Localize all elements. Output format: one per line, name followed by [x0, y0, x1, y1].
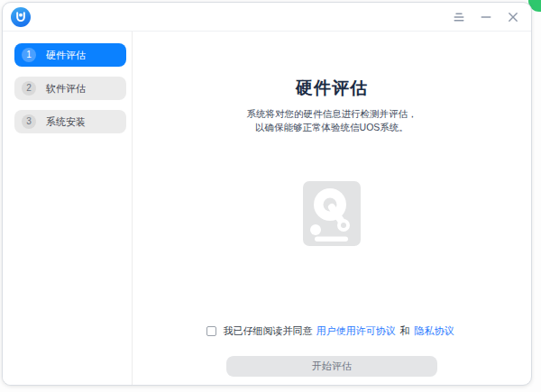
hard-drive-search-icon — [303, 181, 361, 246]
uos-logo-icon — [11, 7, 31, 27]
main-content: 硬件评估 系统将对您的硬件信息进行检测并评估， 以确保能够正常体验统信UOS系统… — [133, 32, 531, 385]
installer-window: 1 硬件评估 2 软件评估 3 系统安装 硬件评估 系统将对您的硬件信息进行检测… — [2, 2, 532, 386]
start-evaluation-button[interactable]: 开始评估 — [226, 356, 437, 377]
step-hardware-evaluation[interactable]: 1 硬件评估 — [14, 43, 126, 67]
step-label: 软件评估 — [46, 82, 86, 96]
agreement-text: 我已仔细阅读并同意 — [224, 324, 313, 338]
menu-button[interactable] — [453, 11, 465, 23]
step-label: 系统安装 — [46, 115, 86, 129]
agreement-checkbox[interactable] — [206, 326, 216, 336]
window-body: 1 硬件评估 2 软件评估 3 系统安装 硬件评估 系统将对您的硬件信息进行检测… — [3, 32, 531, 385]
step-label: 硬件评估 — [46, 49, 86, 62]
titlebar — [3, 3, 531, 32]
agreement-row: 我已仔细阅读并同意 用户使用许可协议 和 隐私协议 — [206, 324, 458, 338]
description-line-2: 以确保能够正常体验统信UOS系统。 — [247, 121, 417, 134]
minimize-icon — [481, 12, 491, 23]
step-number-badge: 2 — [22, 81, 36, 96]
license-agreement-link[interactable]: 用户使用许可协议 — [316, 324, 396, 338]
step-software-evaluation[interactable]: 2 软件评估 — [14, 77, 126, 100]
step-number-badge: 1 — [22, 48, 36, 62]
agreement-conjunction: 和 — [400, 324, 410, 338]
step-number-badge: 3 — [22, 114, 36, 129]
step-system-install[interactable]: 3 系统安装 — [14, 110, 126, 133]
steps-sidebar: 1 硬件评估 2 软件评估 3 系统安装 — [3, 32, 133, 385]
minimize-button[interactable] — [480, 11, 492, 23]
description-line-1: 系统将对您的硬件信息进行检测并评估， — [247, 107, 417, 121]
close-button[interactable] — [507, 11, 519, 23]
close-icon — [508, 12, 518, 23]
menu-icon — [454, 13, 464, 22]
privacy-policy-link[interactable]: 隐私协议 — [415, 324, 454, 338]
page-description: 系统将对您的硬件信息进行检测并评估， 以确保能够正常体验统信UOS系统。 — [247, 107, 417, 134]
page-title: 硬件评估 — [296, 77, 368, 100]
